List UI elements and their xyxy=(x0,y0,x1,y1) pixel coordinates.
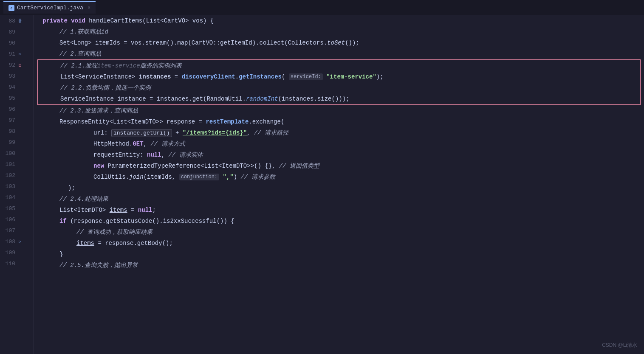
code-line-95: ServiceInstance instance = instances.get… xyxy=(38,93,640,104)
code-line-92: // 2.1.发现item-service服务的实例列表 xyxy=(38,60,640,71)
code-line-93: List<ServiceInstance> instances = discov… xyxy=(38,71,640,82)
bookmark-92: ⊟ xyxy=(17,62,23,68)
editor-container: c CartServiceImpl.java × 88 @ 89 90 91 ▷ xyxy=(0,0,644,354)
code-line-96: // 2.3.发送请求，查询商品 xyxy=(34,105,644,116)
code-area: 88 @ 89 90 91 ▷ 92 ⊟ 93 xyxy=(0,15,644,354)
watermark: CSDN @Li清水 xyxy=(602,342,637,349)
tab-file-icon: c xyxy=(8,5,14,11)
code-line-102: CollUtils.join(itemIds, conjunction: ","… xyxy=(34,171,644,183)
line-gutter: 88 @ 89 90 91 ▷ 92 ⊟ 93 xyxy=(0,15,34,354)
code-line-88: private void handleCartItems(List<CartVO… xyxy=(34,15,644,26)
code-line-101: new ParameterizedTypeReference<List<Item… xyxy=(34,160,644,171)
code-lines: private void handleCartItems(List<CartVO… xyxy=(34,15,644,271)
code-line-99: HttpMethod.GET, // 请求方式 xyxy=(34,138,644,149)
code-line-103: ); xyxy=(34,183,644,194)
tab-label: CartServiceImpl.java xyxy=(17,5,83,11)
at-marker-88: @ xyxy=(17,18,23,24)
code-line-105: List<ItemDTO> items = null; xyxy=(34,205,644,216)
code-line-104: // 2.4.处理结果 xyxy=(34,194,644,205)
code-line-98: url: instance.getUri() + "/items?ids={id… xyxy=(34,127,644,138)
code-line-91: // 2.查询商品 xyxy=(34,48,644,59)
tab-close-button[interactable]: × xyxy=(88,5,90,11)
code-line-90: Set<Long> itemIds = vos.stream().map(Car… xyxy=(34,37,644,48)
code-content: private void handleCartItems(List<CartVO… xyxy=(34,15,644,354)
code-line-107: // 查询成功，获取响应结果 xyxy=(34,227,644,238)
code-line-109: } xyxy=(34,249,644,260)
code-line-97: ResponseEntity<List<ItemDTO>> response =… xyxy=(34,116,644,127)
arrow-108: ▷ xyxy=(17,239,23,244)
code-line-106: if (response.getStatusCode().is2xxSucces… xyxy=(34,216,644,227)
arrow-91: ▷ xyxy=(17,51,23,57)
line-88: 88 @ xyxy=(0,15,34,26)
code-line-110: // 2.5.查询失败，抛出异常 xyxy=(34,260,644,271)
code-line-108: items = response.getBody(); xyxy=(34,238,644,249)
code-line-89: // 1.获取商品id xyxy=(34,26,644,37)
code-line-94: // 2.2.负载均衡，挑选一个实例 xyxy=(38,82,640,93)
code-line-100: requestEntity: null, // 请求实体 xyxy=(34,149,644,160)
tab-cartserviceimpl[interactable]: c CartServiceImpl.java × xyxy=(3,1,96,14)
tab-bar: c CartServiceImpl.java × xyxy=(0,0,644,15)
highlighted-block: // 2.1.发现item-service服务的实例列表 List<Servic… xyxy=(37,59,641,105)
